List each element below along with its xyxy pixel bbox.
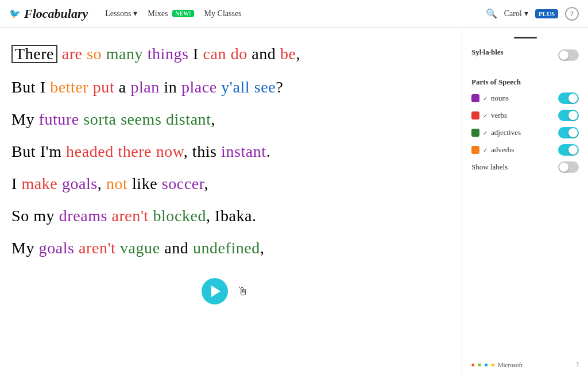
verbs-toggle[interactable] xyxy=(558,110,579,121)
lyric-line-line1: There are so many things I can do and be… xyxy=(11,45,439,63)
nouns-check: ✓ xyxy=(483,95,488,102)
adverbs-check: ✓ xyxy=(483,147,488,153)
nouns-toggle[interactable] xyxy=(558,92,579,104)
nav-my-classes[interactable]: My Classes xyxy=(204,9,242,18)
sidebar-inner: Syl·la·bles Parts of Speech ✓ nouns xyxy=(471,37,579,369)
adverbs-toggle-knob xyxy=(568,145,578,155)
verbs-left: ✓ verbs xyxy=(471,111,507,120)
cursor-icon[interactable]: 🖱 xyxy=(237,285,249,298)
verbs-toggle-knob xyxy=(568,111,578,120)
syllables-row: Syl·la·bles xyxy=(471,48,579,63)
verbs-swatch xyxy=(471,111,479,119)
logo-bird: 🐦 xyxy=(9,8,21,19)
show-labels-toggle[interactable] xyxy=(558,161,579,173)
show-labels-row: Show labels xyxy=(471,161,579,173)
nouns-toggle-knob xyxy=(568,94,578,103)
syllables-toggle[interactable] xyxy=(558,49,579,61)
verbs-row: ✓ verbs xyxy=(471,110,579,121)
sidebar: Syl·la·bles Parts of Speech ✓ nouns xyxy=(462,28,588,378)
help-button[interactable]: ? xyxy=(565,7,579,21)
adverbs-label: adverbs xyxy=(491,145,514,155)
nav-links: Lessons ▾ Mixes NEW! My Classes xyxy=(105,9,241,18)
chevron-down-icon: ▾ xyxy=(133,9,137,18)
lyric-line-line2: But I better put a plan in place y'all s… xyxy=(11,79,439,95)
adjectives-toggle-knob xyxy=(568,128,578,137)
user-menu[interactable]: Carol ▾ xyxy=(504,9,528,18)
adjectives-row: ✓ adjectives xyxy=(471,127,579,138)
microsoft-label: Microsoft xyxy=(498,361,523,368)
adverbs-row: ✓ adverbs xyxy=(471,144,579,156)
lyrics-container: There are so many things I can do and be… xyxy=(11,45,439,256)
nav-right: 🔍 Carol ▾ PLUS ? xyxy=(486,7,579,21)
show-labels-label: Show labels xyxy=(471,163,508,172)
nav-lessons[interactable]: Lessons ▾ xyxy=(105,9,137,18)
adverbs-swatch xyxy=(471,146,479,154)
syllables-toggle-knob xyxy=(559,51,568,60)
parts-of-speech-section: Parts of Speech ✓ nouns ✓ ver xyxy=(471,78,579,179)
adjectives-toggle[interactable] xyxy=(558,127,579,138)
show-labels-toggle-knob xyxy=(559,163,568,172)
play-button[interactable] xyxy=(202,278,228,304)
chevron-down-icon: ▾ xyxy=(524,9,528,18)
new-badge: NEW! xyxy=(172,10,194,17)
nouns-row: ✓ nouns xyxy=(471,92,579,104)
lyric-line-line5: I make goals, not like soccer, xyxy=(11,176,439,192)
nouns-left: ✓ nouns xyxy=(471,94,509,103)
logo-text: Flocabulary xyxy=(24,6,88,21)
nouns-label: nouns xyxy=(491,94,509,103)
syllables-label: Syl·la·bles xyxy=(471,48,504,57)
lyrics-area: There are so many things I can do and be… xyxy=(0,28,462,378)
adjectives-left: ✓ adjectives xyxy=(471,128,521,137)
playback-bar: 🖱 xyxy=(11,272,439,310)
adverbs-toggle[interactable] xyxy=(558,144,579,156)
lyric-line-line4: But I'm headed there now, this instant. xyxy=(11,144,439,160)
lyric-line-line3: My future sorta seems distant, xyxy=(11,111,439,128)
search-icon[interactable]: 🔍 xyxy=(486,8,497,19)
main: There are so many things I can do and be… xyxy=(0,28,588,378)
verbs-label: verbs xyxy=(491,111,507,120)
sidebar-divider xyxy=(514,37,537,38)
plus-badge: PLUS xyxy=(535,9,558,18)
nav: 🐦 Flocabulary Lessons ▾ Mixes NEW! My Cl… xyxy=(0,0,588,28)
play-icon xyxy=(211,286,220,297)
lyric-line-line7: My goals aren't vague and undefined, xyxy=(11,240,439,256)
adjectives-check: ✓ xyxy=(483,130,488,136)
adjectives-swatch xyxy=(471,129,479,137)
lyric-line-line6: So my dreams aren't blocked, Ibaka. xyxy=(11,208,439,224)
nav-mixes[interactable]: Mixes NEW! xyxy=(148,9,194,18)
logo[interactable]: 🐦 Flocabulary xyxy=(9,6,88,21)
nouns-swatch xyxy=(471,94,479,102)
sidebar-footer: ■■■■ Microsoft ? xyxy=(471,354,579,369)
adverbs-left: ✓ adverbs xyxy=(471,145,514,155)
help-bottom-icon[interactable]: ? xyxy=(576,360,579,369)
adjectives-label: adjectives xyxy=(491,128,521,137)
parts-of-speech-label: Parts of Speech xyxy=(471,78,579,87)
verbs-check: ✓ xyxy=(483,113,488,119)
user-name: Carol xyxy=(504,9,522,18)
